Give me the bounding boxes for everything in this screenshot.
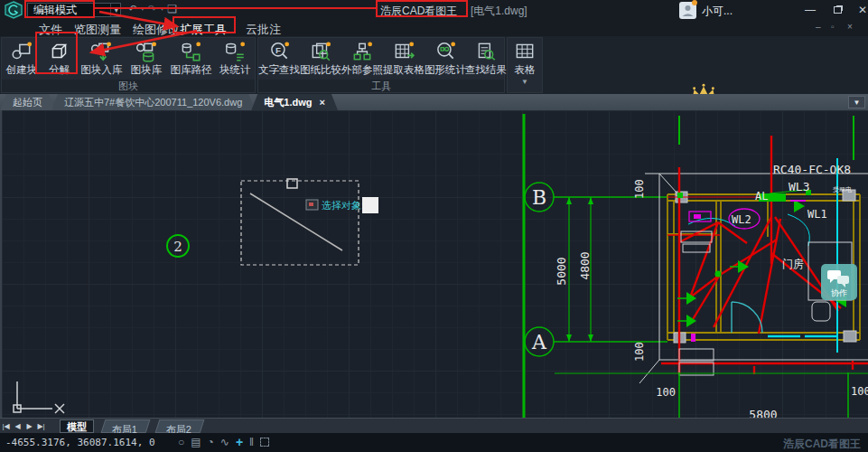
doc-tab-liaoyuan[interactable]: 辽源五中7#餐饮中心200711_120V6.dwg <box>51 94 255 110</box>
app-window: 编辑模式 ▾ ↶ ▾ ↷ ▾ ❏ 浩辰CAD看图王 [电气1.dwg] 小可..… <box>0 0 868 452</box>
create-block-button[interactable]: 创建块 <box>2 38 42 80</box>
block-stats-button[interactable]: 块统计 <box>215 38 255 80</box>
time-icon[interactable]: ◔ <box>208 436 214 448</box>
library-path-button[interactable]: 图库路径 <box>167 38 216 80</box>
layout-tab-model[interactable]: 模型 <box>60 419 94 433</box>
menu-bar: 文件 览图测量 绘图修改 扩展工具 云批注 – ▫ × <box>0 20 868 36</box>
ucs-icon <box>14 381 64 413</box>
tab-overflow-dropdown[interactable]: ▼ <box>848 96 865 108</box>
label-wl2: WL2 <box>732 213 751 226</box>
table-icon <box>513 40 537 63</box>
notification-badge <box>692 0 697 5</box>
status-bar: -4655.3176, 36087.1614, 0 ○ ▤ ◔ ∿ + ǁ 浩辰… <box>0 433 868 452</box>
svg-text:F: F <box>275 45 281 55</box>
find-results-button[interactable]: 查找结果 <box>466 38 506 80</box>
datum-bubble-a: A <box>525 327 667 356</box>
status-toggles: ○ ▤ ◔ ∿ + ǁ <box>178 435 269 449</box>
chevron-down-icon: ▼ <box>521 78 528 86</box>
doc-tab-start-page[interactable]: 起始页 <box>0 94 55 110</box>
username[interactable]: 小可... <box>702 4 733 19</box>
redo-history-caret-icon[interactable]: ▾ <box>161 5 164 13</box>
dim-100-left: 100 <box>656 386 676 399</box>
text-find-icon: F <box>267 40 291 63</box>
label-panel-code: RC40-FC-OK8 <box>773 163 851 176</box>
label-tiny-note: 受翠电 <box>833 186 852 193</box>
layout-tab-2[interactable]: 布局2 <box>155 419 205 433</box>
shape-stats-button[interactable]: 图形统计 <box>425 38 466 80</box>
polyline-icon[interactable]: ∿ <box>220 436 229 448</box>
print-icon[interactable]: ❏ <box>167 3 177 15</box>
table-dropdown-button[interactable]: 表格 ▼ <box>507 37 543 93</box>
selection-box-icon[interactable] <box>260 438 269 447</box>
text-find-button[interactable]: F 文字查找 <box>258 38 300 80</box>
label-wl1: WL1 <box>807 208 827 221</box>
undo-history-caret-icon[interactable]: ▾ <box>141 5 145 13</box>
layout-tab-1[interactable]: 布局1 <box>101 419 151 433</box>
close-tab-icon[interactable]: × <box>319 97 324 108</box>
restore-icon <box>834 6 842 14</box>
doc-restore-button[interactable]: ▫ <box>831 22 835 32</box>
block-library-icon <box>135 40 158 63</box>
label-al: AL <box>755 190 768 202</box>
grid-bubble-2: 2 <box>167 235 189 257</box>
dim-5000: 5000 <box>555 257 568 285</box>
cursor-coordinates: -4655.3176, 36087.1614, 0 <box>5 437 155 448</box>
close-button[interactable]: ✕ <box>849 0 868 20</box>
last-layout-button[interactable]: ▶| <box>35 422 47 430</box>
ribbon-group-label-blocks: 图块 <box>2 80 255 92</box>
doc-tab-dianqi1[interactable]: 电气1.dwg× <box>251 94 338 110</box>
pickbox-cursor <box>362 197 378 213</box>
quick-access-toolbar: ↶ ▾ ↷ ▾ ❏ <box>128 3 177 15</box>
grid-icon[interactable]: ▤ <box>191 436 201 448</box>
doc-minimize-button[interactable]: – <box>816 22 821 32</box>
next-layout-button[interactable]: ▶ <box>23 422 35 430</box>
external-reference-button[interactable]: 外部参照 <box>341 38 383 80</box>
find-results-icon <box>474 40 498 63</box>
selection-window <box>241 179 359 265</box>
chevron-down-icon[interactable]: ▾ <box>110 4 118 16</box>
block-library-button[interactable]: 图块库 <box>126 38 167 80</box>
collaborate-button[interactable]: 协作 <box>821 264 857 300</box>
explode-button[interactable]: 分解 <box>42 38 78 80</box>
svg-text:2: 2 <box>173 239 182 255</box>
svg-text:B: B <box>532 186 546 209</box>
title-bar: 编辑模式 ▾ ↶ ▾ ↷ ▾ ❏ 浩辰CAD看图王 [电气1.dwg] 小可..… <box>0 0 868 20</box>
grid-line-stubs <box>679 116 854 160</box>
ribbon-group-tools: F 文字查找 图纸比较 <box>257 37 505 93</box>
maximize-button[interactable] <box>824 0 851 20</box>
dim-4800: 4800 <box>578 251 592 279</box>
svg-text:协作: 协作 <box>831 288 847 297</box>
datum-bubble-b: B <box>525 183 667 212</box>
layout-tab-bar: |◀ ◀ ▶ ▶| 模型 布局1 布局2 <box>0 418 868 433</box>
dim-100-wall-top: 100 <box>633 179 646 199</box>
minimize-button[interactable]: — <box>797 0 824 20</box>
drawing-compare-icon <box>309 40 332 63</box>
block-to-library-icon <box>89 40 113 63</box>
ribbon-group-label-tools: 工具 <box>258 80 504 92</box>
app-logo-icon <box>3 1 25 19</box>
extract-table-icon <box>392 40 415 63</box>
document-title: [电气1.dwg] <box>471 4 527 19</box>
drawing-compare-button[interactable]: 图纸比较 <box>300 38 341 80</box>
measure-icon[interactable]: ǁ <box>249 436 254 448</box>
ribbon-group-blocks: 创建块 分解 图块入库 <box>1 37 256 93</box>
block-to-library-button[interactable]: 图块入库 <box>77 38 126 80</box>
extract-table-button[interactable]: 提取表格 <box>383 38 425 80</box>
undo-icon[interactable]: ↶ <box>128 3 137 15</box>
move-crosshair-icon[interactable]: + <box>236 435 243 449</box>
ribbon: 创建块 分解 图块入库 <box>0 36 868 94</box>
bottom-dimensions: 100 100 5800 <box>555 372 868 418</box>
document-tab-bar: 起始页 辽源五中7#餐饮中心200711_120V6.dwg 电气1.dwg× … <box>0 94 868 110</box>
drawing-canvas[interactable]: B A 2 <box>0 110 868 418</box>
svg-text:A: A <box>531 331 547 353</box>
dim-100-wall-bottom: 100 <box>633 342 646 362</box>
osnap-icon[interactable]: ○ <box>178 436 184 448</box>
redo-icon[interactable]: ↷ <box>148 3 157 15</box>
doc-close-button[interactable]: × <box>847 22 853 32</box>
dim-5800: 5800 <box>749 408 777 418</box>
prev-layout-button[interactable]: ◀ <box>12 422 23 430</box>
block-stats-icon <box>223 40 247 63</box>
mode-select[interactable]: 编辑模式 ▾ <box>27 3 121 17</box>
first-layout-button[interactable]: |◀ <box>0 422 12 430</box>
shape-stats-icon <box>434 40 457 63</box>
